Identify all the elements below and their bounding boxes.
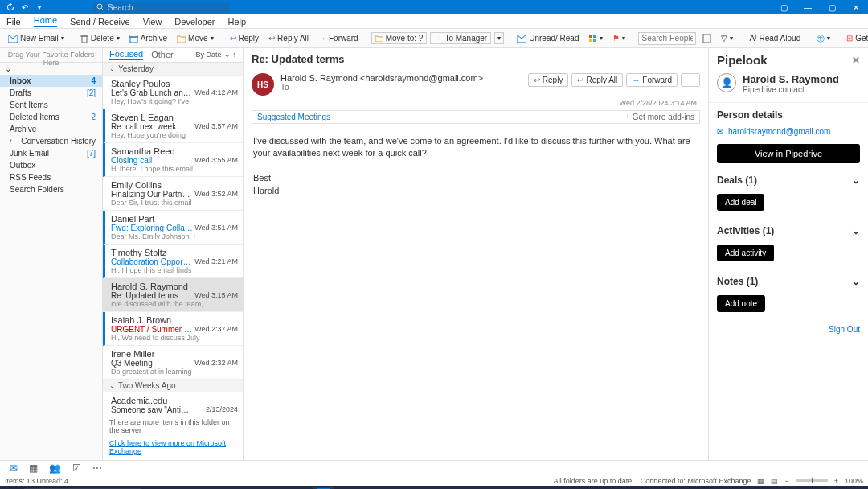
message-item[interactable]: Timothy StoltzCollaboration Opportunity:… bbox=[103, 244, 243, 278]
chevron-down-icon[interactable]: ⌄ bbox=[852, 276, 860, 287]
delete-button[interactable]: Delete▾ bbox=[77, 32, 123, 44]
menu-developer[interactable]: Developer bbox=[174, 17, 215, 27]
folder-conversation-history[interactable]: ›Conversation History bbox=[0, 135, 102, 147]
contact-email[interactable]: ✉haroldsraymond@gmail.com bbox=[709, 124, 868, 139]
menu-file[interactable]: File bbox=[6, 17, 21, 27]
message-item[interactable]: Isaiah J. BrownURGENT / Summer dealWed 2… bbox=[103, 312, 243, 346]
add-deal-button[interactable]: Add deal bbox=[717, 194, 764, 211]
view-in-pipedrive-button[interactable]: View in Pipedrive bbox=[717, 144, 860, 163]
menu-help[interactable]: Help bbox=[227, 17, 246, 27]
svg-rect-11 bbox=[593, 39, 596, 42]
view-more-link[interactable]: Click here to view more on Microsoft Exc… bbox=[103, 439, 243, 460]
deals-header[interactable]: Deals (1) bbox=[717, 175, 757, 186]
envelope-icon bbox=[517, 35, 526, 43]
group-header[interactable]: ⌄ Two Weeks Ago bbox=[103, 380, 243, 392]
filter-button[interactable]: ▽▾ bbox=[718, 32, 736, 44]
maximize-button[interactable]: ▢ bbox=[820, 0, 844, 14]
address-book-button[interactable] bbox=[699, 32, 714, 44]
message-item[interactable]: Stanley PoulosLet's Grab Lunch and Talk … bbox=[103, 76, 243, 109]
close-button[interactable]: ✕ bbox=[844, 0, 868, 14]
view-normal-icon[interactable]: ▦ bbox=[757, 477, 764, 485]
read-aloud-button[interactable]: A)Read Aloud bbox=[746, 31, 804, 44]
undo-icon[interactable]: ↶ bbox=[19, 2, 31, 13]
person-details-header: Person details bbox=[717, 109, 783, 121]
categorize-button[interactable]: ▾ bbox=[585, 32, 606, 44]
recipient-line: To bbox=[280, 83, 483, 92]
move-button[interactable]: Move▾ bbox=[174, 32, 216, 44]
archive-icon bbox=[129, 35, 138, 43]
folder-icon bbox=[177, 35, 186, 43]
svg-point-0 bbox=[97, 4, 102, 9]
zoom-out[interactable]: − bbox=[784, 477, 788, 485]
add-note-button[interactable]: Add note bbox=[717, 295, 765, 312]
message-item[interactable]: Samantha ReedClosing callWed 3:55 AMHi t… bbox=[103, 143, 243, 177]
quick-steps-more[interactable]: ▾ bbox=[494, 32, 504, 44]
msg-reply-button[interactable]: ↩Reply bbox=[528, 73, 569, 87]
unread-read-button[interactable]: Unread/ Read bbox=[514, 32, 582, 44]
flag-icon: ⚑ bbox=[612, 34, 620, 43]
chevron-down-icon[interactable]: ⌄ bbox=[852, 225, 860, 236]
nav-people-icon[interactable]: 👥 bbox=[49, 462, 61, 474]
add-activity-button[interactable]: Add activity bbox=[717, 244, 774, 261]
message-item[interactable]: Irene MillerQ3 MeetingWed 2:32 AMDo grea… bbox=[103, 346, 243, 380]
msg-reply-all-button[interactable]: ↩Reply All bbox=[571, 73, 623, 87]
message-item[interactable]: Steven L EaganRe: call next weekWed 3:57… bbox=[103, 109, 243, 143]
msg-forward-button[interactable]: →Forward bbox=[626, 73, 678, 87]
folder-outbox[interactable]: Outbox bbox=[0, 159, 102, 171]
refresh-icon[interactable] bbox=[5, 2, 16, 13]
addin-sidepane: Pipelook✕ 👤 Harold S. Raymond Pipedrive … bbox=[709, 48, 868, 460]
suggested-meetings-bar[interactable]: Suggested Meetings + Get more add-ins bbox=[252, 110, 700, 124]
folder-archive[interactable]: Archive bbox=[0, 123, 102, 135]
tab-other[interactable]: Other bbox=[151, 50, 174, 60]
get-more-addins[interactable]: + Get more add-ins bbox=[625, 113, 694, 121]
folder-rss-feeds[interactable]: RSS Feeds bbox=[0, 171, 102, 183]
message-item[interactable]: Emily CollinsFinalizing Our Partnership … bbox=[103, 177, 243, 211]
reply-button[interactable]: ↩Reply bbox=[227, 32, 263, 44]
search-input[interactable]: Search bbox=[93, 2, 230, 13]
minimize-button[interactable]: — bbox=[796, 0, 820, 14]
to-manager-button[interactable]: →To Manager bbox=[430, 32, 491, 44]
nav-more-icon[interactable]: ⋯ bbox=[92, 462, 102, 474]
msg-more-button[interactable]: ⋯ bbox=[681, 73, 700, 87]
tab-focused[interactable]: Focused bbox=[109, 49, 143, 60]
folder-deleted-items[interactable]: Deleted Items2 bbox=[0, 111, 102, 123]
move-to-button[interactable]: Move to: ? bbox=[371, 32, 428, 44]
message-item[interactable]: Harold S. RaymondRe: Updated termsWed 3:… bbox=[103, 278, 243, 312]
archive-button[interactable]: Archive bbox=[126, 32, 170, 44]
nav-tasks-icon[interactable]: ☑ bbox=[72, 462, 81, 474]
translate-button[interactable]: ㊥▾ bbox=[813, 31, 833, 46]
menu-view[interactable]: View bbox=[143, 17, 162, 27]
folder-sent-items[interactable]: Sent Items bbox=[0, 99, 102, 111]
forward-button[interactable]: →Forward bbox=[315, 32, 362, 44]
group-header[interactable]: ⌄ Yesterday bbox=[103, 63, 243, 76]
zoom-in[interactable]: + bbox=[834, 477, 838, 485]
folder-junk-email[interactable]: Junk Email[7] bbox=[0, 147, 102, 159]
addin-close-icon[interactable]: ✕ bbox=[852, 55, 860, 66]
view-reading-icon[interactable]: ▤ bbox=[771, 477, 778, 485]
folder-expand-toggle[interactable]: ⌄ bbox=[0, 63, 102, 75]
nav-calendar-icon[interactable]: ▦ bbox=[29, 462, 38, 474]
search-people-input[interactable] bbox=[638, 32, 696, 45]
status-bar: Items: 13 Unread: 4 All folders are up t… bbox=[0, 475, 868, 486]
notes-header[interactable]: Notes (1) bbox=[717, 276, 758, 287]
sort-bydate[interactable]: By Date⌄↑ bbox=[195, 51, 236, 59]
chevron-down-icon[interactable]: ⌄ bbox=[852, 175, 860, 186]
folder-inbox[interactable]: Inbox4 bbox=[0, 75, 102, 87]
activities-header[interactable]: Activities (1) bbox=[717, 225, 774, 236]
folder-drafts[interactable]: Drafts[2] bbox=[0, 87, 102, 99]
menu-home[interactable]: Home bbox=[34, 15, 57, 27]
nav-mail-icon[interactable]: ✉ bbox=[10, 462, 18, 474]
qat-dropdown-icon[interactable]: ▾ bbox=[34, 2, 45, 13]
message-body: I've discussed with the team, and we've … bbox=[244, 127, 708, 205]
flag-button[interactable]: ⚑▾ bbox=[609, 32, 628, 44]
folder-search-folders[interactable]: Search Folders bbox=[0, 183, 102, 195]
message-item[interactable]: Academia.eduSomeone saw "Antigua" in …2/… bbox=[103, 392, 243, 413]
new-email-button[interactable]: New Email▾ bbox=[5, 32, 68, 44]
message-item[interactable]: Daniel PartFwd: Exploring Collaborati…We… bbox=[103, 211, 243, 244]
start-button[interactable] bbox=[0, 486, 23, 489]
ribbon-mode-icon[interactable]: ▢ bbox=[772, 0, 796, 14]
menu-sendreceive[interactable]: Send / Receive bbox=[70, 17, 130, 27]
sign-out-link[interactable]: Sign Out bbox=[709, 320, 868, 339]
get-addins-button[interactable]: ⊞Get Add-ins bbox=[843, 32, 868, 44]
reply-all-button[interactable]: ↩Reply All bbox=[265, 32, 312, 44]
